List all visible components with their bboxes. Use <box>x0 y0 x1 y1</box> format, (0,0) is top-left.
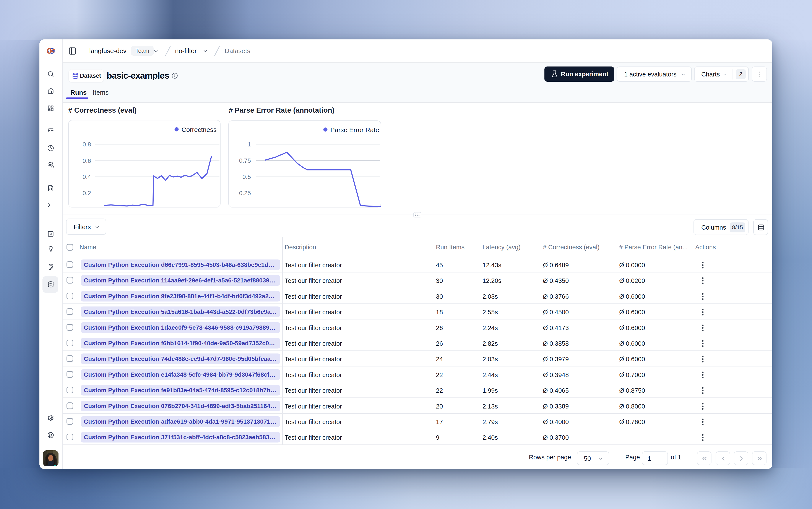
svg-text:0.5: 0.5 <box>242 173 251 180</box>
svg-text:Correctness: Correctness <box>181 126 217 133</box>
svg-text:1: 1 <box>247 141 251 148</box>
svg-text:0.2: 0.2 <box>82 190 91 197</box>
svg-text:0.8: 0.8 <box>82 141 91 148</box>
svg-text:0.25: 0.25 <box>239 190 251 197</box>
svg-text:0.6: 0.6 <box>82 158 91 164</box>
svg-text:Parse Error Rate: Parse Error Rate <box>330 126 379 133</box>
svg-text:0.4: 0.4 <box>82 173 91 180</box>
svg-text:0.75: 0.75 <box>239 157 251 164</box>
